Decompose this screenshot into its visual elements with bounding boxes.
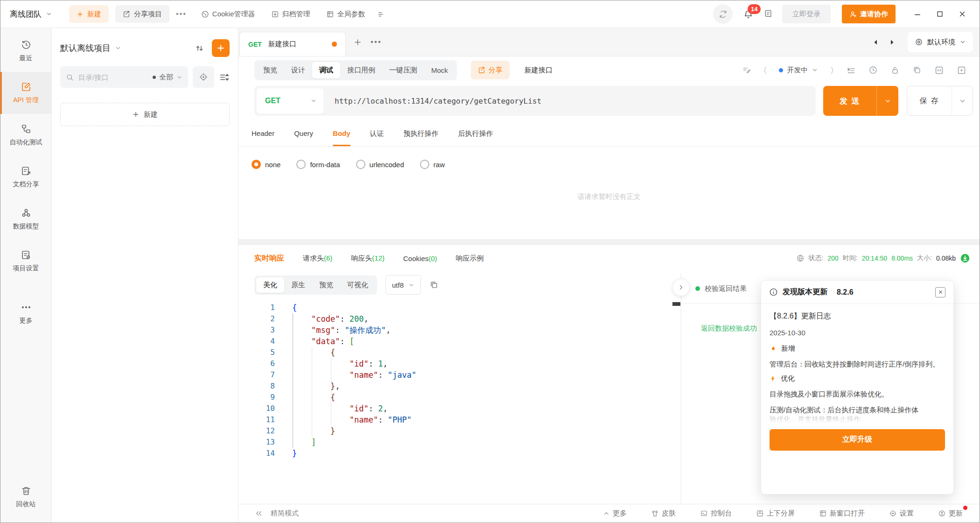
settings-button[interactable]: 设置	[889, 509, 914, 518]
cookie-manager-button[interactable]: Cookie管理器	[201, 10, 255, 19]
new-folder-api-button[interactable]: 新建	[60, 103, 230, 126]
mode-tab-stress[interactable]: 一键压测	[382, 62, 424, 78]
response-tab-response-headers[interactable]: 响应头(12)	[351, 254, 385, 263]
locate-button[interactable]	[193, 66, 214, 88]
tab-post-actions[interactable]: 后执行操作	[458, 124, 493, 146]
open-new-window-button[interactable]: 新窗口打开	[819, 509, 865, 518]
mode-tab-debug[interactable]: 调试	[312, 62, 340, 78]
notifications-button[interactable]: 14	[740, 6, 756, 22]
invite-button[interactable]: 邀请协作	[842, 5, 896, 23]
save-button[interactable]: 保 存	[907, 86, 973, 116]
close-popup-button[interactable]	[935, 287, 945, 297]
split-screen-button[interactable]: 上下分屏	[756, 509, 795, 518]
sidebar-item-recycle-bin[interactable]: 回收站	[0, 476, 51, 518]
chevrons-left-icon[interactable]	[254, 509, 263, 518]
topbar-more-icon[interactable]: •••	[176, 10, 187, 18]
sync-button[interactable]	[713, 4, 733, 24]
body-type-form-data[interactable]: form-data	[296, 160, 340, 169]
mode-tab-cases[interactable]: 接口用例	[340, 62, 382, 78]
filter-dropdown[interactable]: 全部	[153, 73, 182, 82]
view-tab-visualize[interactable]: 可视化	[340, 277, 375, 293]
tab-auth[interactable]: 认证	[370, 124, 384, 146]
scrollbar-thumb[interactable]	[672, 302, 680, 306]
update-button[interactable]: 更新	[938, 509, 963, 518]
skin-button[interactable]: 皮肤	[651, 509, 676, 518]
sidebar-item-recent[interactable]: 最近	[0, 30, 51, 72]
api-status-dropdown[interactable]: 开发中	[779, 66, 818, 75]
upgrade-button[interactable]: 立即升级	[770, 429, 945, 451]
new-folder-api-label: 新建	[144, 110, 158, 119]
new-button[interactable]: 新建	[69, 5, 109, 23]
url-input[interactable]: http://localhost:1314/category/getCatego…	[335, 97, 541, 106]
download-response-icon[interactable]	[960, 253, 970, 263]
api-name-text[interactable]: 新建接口	[525, 66, 553, 75]
outline-icon[interactable]	[846, 65, 856, 75]
import-export-icon[interactable]	[195, 43, 204, 53]
search-box[interactable]: 全部	[60, 66, 188, 88]
new-tab-button[interactable]	[353, 38, 362, 47]
mode-tab-mock[interactable]: Mock	[424, 63, 455, 78]
environment-selector[interactable]: 默认环境	[908, 32, 973, 52]
sidebar-item-project-settings[interactable]: 项目设置	[0, 240, 51, 282]
sidebar-item-automation-test[interactable]: 自动化测试	[0, 114, 51, 156]
maximize-button[interactable]	[932, 6, 948, 22]
sort-icon[interactable]	[219, 72, 230, 83]
encoding-select[interactable]: utf8	[385, 275, 421, 295]
response-code-editor[interactable]: 1{2 "code": 200,3 "msg": "操作成功",4 "data"…	[238, 299, 681, 504]
history-icon[interactable]	[868, 65, 878, 75]
response-tab-examples[interactable]: 响应示例	[456, 254, 484, 263]
response-tab-request-headers[interactable]: 请求头(6)	[303, 254, 332, 263]
unlock-icon[interactable]	[890, 65, 900, 75]
body-type-urlencoded[interactable]: urlencoded	[356, 160, 404, 169]
archive-manager-button[interactable]: 归档管理	[271, 10, 310, 19]
tab-query[interactable]: Query	[294, 124, 313, 146]
search-input[interactable]	[77, 73, 131, 82]
console-button[interactable]: 控制台	[700, 509, 732, 518]
body-type-raw[interactable]: raw	[420, 160, 445, 169]
team-switcher[interactable]: 离线团队	[10, 9, 52, 20]
view-tab-beautify[interactable]: 美化	[256, 277, 284, 293]
feedback-icon[interactable]	[763, 9, 773, 19]
mode-tab-preview[interactable]: 预览	[256, 62, 284, 78]
list-menu-icon[interactable]	[377, 10, 385, 18]
tab-pre-actions[interactable]: 预执行操作	[404, 124, 439, 146]
share-project-button[interactable]: 分享项目	[115, 5, 169, 23]
compact-mode-label[interactable]: 精简模式	[271, 509, 299, 518]
duplicate-icon[interactable]	[912, 65, 922, 75]
close-button[interactable]	[954, 6, 970, 22]
history-back-icon[interactable]	[872, 39, 879, 46]
history-forward-icon[interactable]	[889, 39, 896, 46]
add-api-button[interactable]	[212, 39, 230, 57]
send-options-caret[interactable]	[876, 86, 898, 116]
validation-result-link[interactable]: 返回数据校验成功	[701, 324, 757, 333]
method-select[interactable]: GET	[257, 88, 323, 113]
collapse-panel-button[interactable]	[672, 279, 690, 296]
tab-header[interactable]: Header	[252, 124, 274, 146]
global-params-button[interactable]: 全局参数	[326, 10, 365, 19]
response-tab-cookies[interactable]: Cookies(0)	[403, 254, 437, 262]
quick-actions-icon[interactable]	[957, 65, 966, 75]
body-type-none[interactable]: none	[252, 160, 280, 169]
send-button[interactable]: 发 送	[823, 86, 898, 116]
sidebar-item-api-management[interactable]: API 管理	[0, 72, 51, 114]
copy-response-icon[interactable]	[429, 280, 439, 290]
project-switcher[interactable]: 默认离线项目	[60, 42, 121, 54]
sidebar-item-doc-share[interactable]: 文档分享	[0, 156, 51, 198]
share-api-button[interactable]: 分享	[471, 61, 510, 79]
sidebar-item-more[interactable]: 更多	[0, 292, 51, 334]
view-tab-raw[interactable]: 原生	[284, 277, 312, 293]
statusbar-more-button[interactable]: 更多	[603, 509, 627, 518]
minimize-button[interactable]	[910, 6, 925, 22]
rename-icon[interactable]	[742, 65, 751, 75]
view-tab-preview[interactable]: 预览	[312, 277, 340, 293]
code-view-icon[interactable]	[934, 65, 944, 75]
api-tab[interactable]: GET 新建接口	[239, 32, 346, 56]
mode-tab-design[interactable]: 设计	[284, 62, 312, 78]
save-options-caret[interactable]	[952, 86, 973, 115]
tab-body[interactable]: Body	[333, 124, 350, 146]
tab-list-button[interactable]: •••	[371, 37, 382, 47]
sidebar-item-data-model[interactable]: 数据模型	[0, 198, 51, 240]
history-clock-icon	[21, 39, 32, 50]
response-tab-realtime[interactable]: 实时响应	[254, 254, 284, 263]
login-button[interactable]: 立即登录	[782, 5, 831, 23]
